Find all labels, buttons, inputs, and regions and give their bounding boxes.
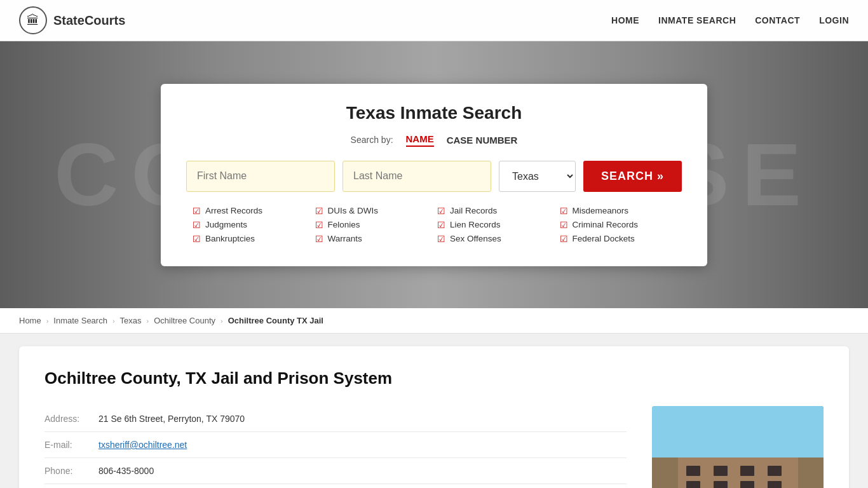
checkbox-item-7: ☑Criminal Records xyxy=(560,220,676,230)
breadcrumb-sep-1: › xyxy=(46,317,49,325)
phone-row: Phone: 806-435-8000 xyxy=(44,458,627,484)
logo-icon: 🏛 xyxy=(19,6,47,34)
info-table: Address: 21 Se 6th Street, Perryton, TX … xyxy=(44,406,627,488)
record-type-checkboxes: ☑Arrest Records☑DUIs & DWIs☑Jail Records… xyxy=(186,206,682,244)
jail-image xyxy=(652,406,824,488)
search-inputs: Texas SEARCH » xyxy=(186,161,682,192)
fax-row: Fax: 806-435-8011 xyxy=(44,484,627,488)
logo-text: StateCourts xyxy=(53,13,125,28)
checkbox-item-1: ☑DUIs & DWIs xyxy=(315,206,431,216)
checkbox-label-4: Judgments xyxy=(205,220,247,229)
window-5 xyxy=(686,481,700,488)
checkbox-icon-9: ☑ xyxy=(315,234,323,244)
checkbox-icon-8: ☑ xyxy=(193,234,201,244)
checkbox-label-5: Felonies xyxy=(328,220,360,229)
checkbox-item-11: ☑Federal Dockets xyxy=(560,234,676,244)
nav-home[interactable]: HOME xyxy=(611,15,639,25)
breadcrumb-inmate-search[interactable]: Inmate Search xyxy=(53,316,107,325)
checkbox-label-3: Misdemeanors xyxy=(573,206,629,215)
nav-inmate-search[interactable]: INMATE SEARCH xyxy=(658,15,736,25)
window-8 xyxy=(768,481,782,488)
jail-title: Ochiltree County, TX Jail and Prison Sys… xyxy=(44,369,824,388)
email-link[interactable]: txsheriff@ochiltree.net xyxy=(98,440,187,450)
first-name-input[interactable] xyxy=(186,161,335,192)
checkbox-item-6: ☑Lien Records xyxy=(437,220,553,230)
address-row: Address: 21 Se 6th Street, Perryton, TX … xyxy=(44,406,627,432)
phone-label: Phone: xyxy=(44,466,98,476)
checkbox-item-5: ☑Felonies xyxy=(315,220,431,230)
window-1 xyxy=(686,466,700,476)
window-7 xyxy=(740,481,754,488)
last-name-input[interactable] xyxy=(342,161,491,192)
nav-login[interactable]: LOGIN xyxy=(819,15,849,25)
breadcrumb-home[interactable]: Home xyxy=(19,316,41,325)
email-row: E-mail: txsheriff@ochiltree.net xyxy=(44,432,627,458)
tab-case-number[interactable]: CASE NUMBER xyxy=(447,135,518,146)
building-illustration xyxy=(652,406,824,488)
hero-section: COURTHOUSE Texas Inmate Search Search by… xyxy=(0,41,868,308)
checkbox-icon-5: ☑ xyxy=(315,220,323,230)
checkbox-label-11: Federal Dockets xyxy=(573,234,635,243)
checkbox-item-4: ☑Judgments xyxy=(193,220,309,230)
search-title: Texas Inmate Search xyxy=(186,103,682,123)
logo-link[interactable]: 🏛 StateCourts xyxy=(19,6,125,34)
main-content: Ochiltree County, TX Jail and Prison Sys… xyxy=(19,346,849,488)
breadcrumb-sep-3: › xyxy=(147,317,149,325)
breadcrumb-sep-2: › xyxy=(112,317,115,325)
checkbox-label-0: Arrest Records xyxy=(205,206,262,215)
breadcrumb-current: Ochiltree County TX Jail xyxy=(228,316,323,325)
checkbox-item-2: ☑Jail Records xyxy=(437,206,553,216)
info-grid: Address: 21 Se 6th Street, Perryton, TX … xyxy=(44,406,824,488)
window-6 xyxy=(714,481,728,488)
checkbox-icon-0: ☑ xyxy=(193,206,201,216)
checkbox-item-10: ☑Sex Offenses xyxy=(437,234,553,244)
building-windows xyxy=(686,466,789,488)
checkbox-icon-11: ☑ xyxy=(560,234,568,244)
checkbox-item-3: ☑Misdemeanors xyxy=(560,206,676,216)
checkbox-label-2: Jail Records xyxy=(450,206,497,215)
search-by-label: Search by: xyxy=(351,135,393,145)
checkbox-icon-6: ☑ xyxy=(437,220,445,230)
window-3 xyxy=(740,466,754,476)
breadcrumb-texas[interactable]: Texas xyxy=(120,316,142,325)
address-label: Address: xyxy=(44,414,98,424)
breadcrumb-county[interactable]: Ochiltree County xyxy=(154,316,215,325)
nav-contact[interactable]: CONTACT xyxy=(755,15,800,25)
checkbox-label-8: Bankruptcies xyxy=(205,234,255,243)
checkbox-label-7: Criminal Records xyxy=(573,220,639,229)
search-tabs: Search by: NAME CASE NUMBER xyxy=(186,133,682,147)
site-header: 🏛 StateCourts HOME INMATE SEARCH CONTACT… xyxy=(0,0,868,41)
window-2 xyxy=(714,466,728,476)
checkbox-label-9: Warrants xyxy=(328,234,362,243)
checkbox-icon-2: ☑ xyxy=(437,206,445,216)
checkbox-item-9: ☑Warrants xyxy=(315,234,431,244)
checkbox-icon-10: ☑ xyxy=(437,234,445,244)
email-label: E-mail: xyxy=(44,440,98,450)
checkbox-icon-3: ☑ xyxy=(560,206,568,216)
checkbox-icon-4: ☑ xyxy=(193,220,201,230)
main-nav: HOME INMATE SEARCH CONTACT LOGIN xyxy=(611,15,849,25)
window-4 xyxy=(768,466,782,476)
checkbox-item-8: ☑Bankruptcies xyxy=(193,234,309,244)
checkbox-icon-1: ☑ xyxy=(315,206,323,216)
checkbox-label-10: Sex Offenses xyxy=(450,234,501,243)
phone-value: 806-435-8000 xyxy=(98,466,154,476)
tab-name[interactable]: NAME xyxy=(406,133,434,147)
checkbox-label-1: DUIs & DWIs xyxy=(328,206,379,215)
breadcrumb: Home › Inmate Search › Texas › Ochiltree… xyxy=(0,308,868,334)
state-select[interactable]: Texas xyxy=(499,161,576,192)
checkbox-item-0: ☑Arrest Records xyxy=(193,206,309,216)
address-value: 21 Se 6th Street, Perryton, TX 79070 xyxy=(98,414,245,424)
checkbox-label-6: Lien Records xyxy=(450,220,501,229)
checkbox-icon-7: ☑ xyxy=(560,220,568,230)
search-box: Texas Inmate Search Search by: NAME CASE… xyxy=(161,84,707,266)
search-button[interactable]: SEARCH » xyxy=(583,161,682,192)
breadcrumb-sep-4: › xyxy=(220,317,223,325)
